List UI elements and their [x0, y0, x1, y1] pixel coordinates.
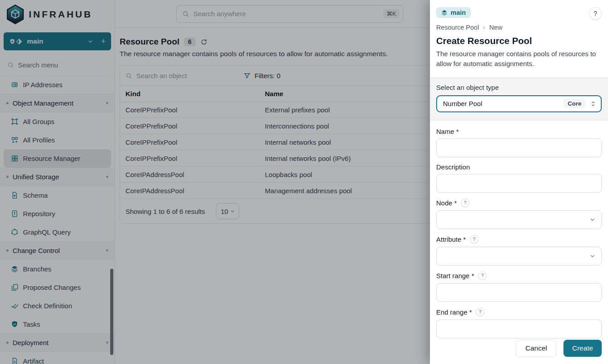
node-select[interactable]	[436, 210, 602, 229]
field-label-description: Description	[436, 163, 470, 171]
modal-overlay[interactable]	[0, 0, 430, 364]
help-icon[interactable]: ?	[461, 199, 469, 207]
help-icon[interactable]: ?	[470, 235, 478, 244]
breadcrumb-current: New	[489, 24, 502, 31]
attribute-select[interactable]	[436, 247, 602, 266]
chevron-up-down-icon	[590, 100, 597, 107]
help-icon[interactable]: ?	[478, 271, 487, 280]
description-field[interactable]	[436, 174, 602, 193]
breadcrumb: Resource Pool › New	[436, 23, 602, 31]
create-button[interactable]: Create	[563, 340, 602, 357]
chevron-down-icon	[589, 216, 596, 223]
field-label-node: Node *	[436, 199, 457, 207]
chevron-down-icon	[589, 253, 596, 259]
name-field[interactable]	[436, 138, 602, 157]
help-icon[interactable]: ?	[476, 308, 484, 316]
create-form: Name * Description Node * ? Attribute *	[430, 120, 608, 338]
breadcrumb-parent[interactable]: Resource Pool	[436, 24, 479, 31]
field-label-name: Name *	[436, 128, 459, 135]
core-badge: Core	[563, 99, 586, 108]
object-type-label: Select an object type	[436, 84, 602, 91]
field-label-end-range: End range *	[436, 308, 472, 316]
branch-badge: main	[436, 7, 471, 18]
field-label-start-range: Start range *	[436, 272, 474, 280]
help-button[interactable]: ?	[589, 7, 602, 20]
create-resource-pool-drawer: main ? Resource Pool › New Create Resour…	[430, 0, 608, 364]
field-label-attribute: Attribute *	[436, 235, 466, 243]
drawer-title: Create Resource Pool	[436, 36, 602, 46]
end-range-field[interactable]	[436, 320, 602, 338]
cancel-button[interactable]: Cancel	[516, 340, 556, 357]
chevron-right-icon: ›	[483, 23, 485, 31]
object-type-value: Number Pool	[443, 100, 563, 107]
start-range-field[interactable]	[436, 283, 602, 302]
object-type-section: Select an object type Number Pool Core	[430, 77, 608, 120]
object-type-select[interactable]: Number Pool Core	[436, 95, 602, 112]
branch-badge-label: main	[451, 9, 466, 16]
drawer-description: The resource manager contains pools of r…	[436, 49, 602, 69]
